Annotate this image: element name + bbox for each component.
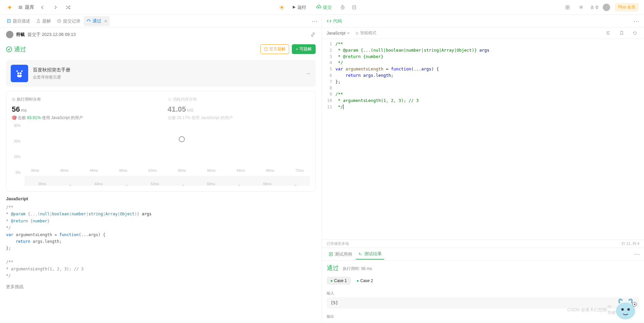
right-panel: 代码 ⋯ JavaScript 智能模式 1234567891011 /** *… [322,15,644,323]
output-label: 输出 [327,314,639,319]
editor-toolbar: JavaScript 智能模式 [322,28,644,39]
tab-description[interactable]: 题目描述 [4,16,33,26]
code-panel-header: 代码 ⋯ [322,15,644,28]
tab-test-results[interactable]: 测试结果 [356,249,384,260]
save-status: 已存储至本地 [327,241,349,246]
code-icon [327,19,331,23]
settings-button[interactable] [577,3,585,12]
flask-icon [36,19,41,23]
svg-rect-6 [568,7,569,9]
problem-list-link[interactable]: 题库 [18,4,34,10]
input-label: 输入 [327,291,639,296]
runtime-chart: 0%10%20%30% 36ms40ms44ms48ms52ms56ms60ms… [12,125,310,186]
prev-problem-button[interactable] [38,3,47,12]
list-icon [18,5,23,10]
promo-icon [11,65,28,82]
debug-button[interactable] [277,3,286,12]
promo-subtitle: 众里寻你签百度 [33,74,300,80]
svg-rect-2 [353,5,356,9]
notes-button[interactable] [350,3,359,12]
stats-card: 执行用时分布 56ms 🎯 击败 83.91% 使用 JavaScript 的用… [6,91,316,192]
more-tabs-button[interactable]: ⋯ [312,17,318,25]
check-square-icon [329,252,333,256]
author-avatar[interactable] [6,31,13,38]
input-value: [5] [327,297,639,309]
case-1-tab[interactable]: Case 1 [327,277,351,285]
play-icon [292,5,296,9]
avatar[interactable] [603,4,610,11]
chevron-down-icon [347,32,350,35]
header-right: 0 Plus 会员 [563,3,639,12]
code-more-button[interactable]: ⋯ [633,17,639,25]
svg-point-13 [168,98,171,101]
terminal-icon [358,252,363,256]
result-more-button[interactable]: ⋯ [634,251,640,258]
book-icon [264,47,268,51]
format-button[interactable] [604,29,612,38]
shuffle-button[interactable] [64,3,72,12]
promo-title: 百度秋招突击手册 [33,67,300,73]
run-button[interactable]: 运行 [289,3,310,12]
reset-button[interactable] [631,29,639,38]
tab-solution[interactable]: 题解 [34,16,54,26]
header-left: 题库 [5,3,72,12]
author-name: 符毓 [16,32,25,38]
write-solution-button[interactable]: +写题解 [292,44,316,54]
bookmark-button[interactable] [617,29,626,38]
header-center: 运行 提交 [76,3,559,12]
tab-submissions[interactable]: 提交记录 [54,16,83,26]
check-circle-icon [6,46,12,52]
mode-label[interactable]: 智能模式 [355,30,376,36]
svg-rect-8 [7,19,10,23]
svg-rect-4 [568,5,569,7]
svg-rect-5 [566,7,567,9]
cursor-position: 行 11, 列 4 [622,241,639,246]
doc-icon [7,19,11,23]
code-block: /** * @param {...(null|boolean|number|st… [6,204,316,279]
tab-passed[interactable]: 通过 × [84,16,110,26]
solution-code: JavaScript /** * @param {...(null|boolea… [6,196,316,279]
clock-icon [12,98,15,101]
svg-rect-11 [265,48,267,51]
lock-icon [355,31,359,35]
cloud-upload-icon [316,5,321,10]
status-row: 通过 官方题解 +写题解 [0,42,322,57]
submission-header: 符毓 提交于 2023.12.06 09:13 [0,28,322,42]
svg-point-14 [169,99,170,100]
logo-icon[interactable] [5,3,14,12]
language-select[interactable]: JavaScript [327,31,350,36]
left-tabs: 题目描述 题解 提交记录 通过 × ⋯ [0,15,322,28]
official-solution-button[interactable]: 官方题解 [260,44,289,54]
app-header: 题库 运行 提交 [0,0,644,15]
submit-button[interactable]: 提交 [312,3,336,12]
target-icon [168,98,171,101]
editor-footer: 已存储至本地 行 11, 列 4 [322,239,644,248]
plus-badge[interactable]: Plus 会员 [615,3,639,11]
result-panel: 测试用例 测试结果 ⋯ 通过 执行用时: 56 ms Case 1 Case 2… [322,248,644,323]
close-icon[interactable]: × [104,18,107,24]
runtime-stats[interactable]: 执行用时分布 56ms 🎯 击败 83.91% 使用 JavaScript 的用… [12,97,154,121]
svg-rect-15 [356,33,358,35]
history-icon [57,19,61,23]
result-runtime: 执行用时: 56 ms [343,266,372,272]
promo-card[interactable]: 百度秋招突击手册 众里寻你签百度 → [6,60,316,87]
fire-counter[interactable]: 0 [590,5,598,10]
svg-point-0 [281,6,283,8]
fire-icon [590,5,594,9]
submission-time: 提交于 2023.12.06 09:13 [28,32,76,38]
svg-rect-3 [566,5,567,7]
status-badge: 通过 [6,45,26,53]
grid-button[interactable] [563,3,572,12]
chevron-right-icon: → [305,70,311,77]
next-problem-button[interactable] [51,3,60,12]
result-status: 通过 [327,264,339,272]
link-icon[interactable] [310,32,316,37]
case-2-tab[interactable]: Case 2 [353,277,377,285]
refresh-icon [87,19,91,23]
more-challenges[interactable]: 更多挑战 [6,284,316,290]
memory-stats[interactable]: 消耗内存分布 41.05MB 击败 28.17% 使用 JavaScript 的… [168,97,310,121]
tab-test-cases[interactable]: 测试用例 [326,249,355,259]
timer-button[interactable] [338,3,347,12]
svg-point-7 [580,7,582,8]
code-editor[interactable]: 1234567891011 /** * @param {...(null|boo… [322,39,644,239]
